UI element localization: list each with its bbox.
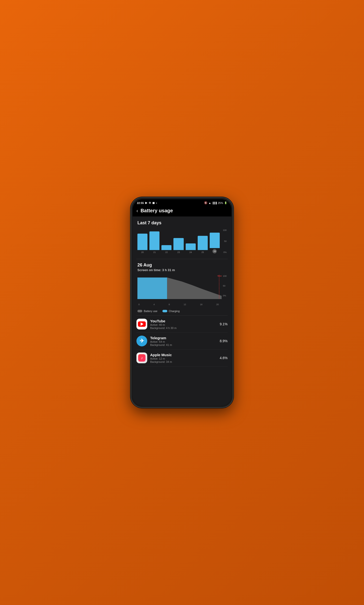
bar-label-22: 22 — [165, 251, 168, 254]
bar-col-22[interactable]: 22 — [161, 245, 171, 254]
status-bar: 22:55 ▶ ⊖ ▦ • 🔇 ▲ ▐▐▐ 25% 🔋 — [132, 199, 232, 205]
x-label-4: 4 — [154, 303, 155, 306]
area-chart-svg — [137, 275, 227, 302]
bar-label-25: 25 — [201, 251, 204, 254]
apple-music-icon: ♪ — [136, 352, 147, 363]
bar-label-23: 23 — [177, 251, 180, 254]
telegram-pct: 8.9% — [220, 339, 228, 343]
bar-col-25[interactable]: 25 — [198, 236, 208, 254]
tg-icon: ✈ — [140, 338, 144, 344]
svg-marker-0 — [137, 278, 167, 299]
status-left: 22:55 ▶ ⊖ ▦ • — [137, 201, 157, 204]
youtube-pct: 9.1% — [220, 322, 228, 326]
app-list: YouTube Active: 40 m Background: 4 h 30 … — [132, 316, 232, 366]
y-label-100: 100 — [223, 229, 227, 231]
x-label-12: 12 — [184, 303, 186, 306]
legend-charging-label: Charging — [169, 309, 180, 312]
bar-col-20[interactable]: 20 — [137, 234, 147, 254]
bar-label-21: 21 — [153, 251, 156, 254]
battery-icon: 🔋 — [224, 202, 227, 204]
am-note: ♪ — [141, 356, 143, 360]
telegram-name: Telegram — [150, 336, 217, 340]
app-item-telegram[interactable]: ✈ Telegram Active: 54 m Background: 41 m… — [136, 333, 228, 350]
app-item-apple-music[interactable]: ♪ Apple Music Active: 12 m Background: 3… — [136, 350, 228, 366]
status-right: 🔇 ▲ ▐▐▐ 25% 🔋 — [204, 201, 227, 204]
apple-music-pct: 4.6% — [220, 356, 228, 360]
section-7days: Last 7 days 20212223242526 100 50 0% — [132, 216, 232, 259]
y-label-50: 50 — [223, 240, 227, 242]
youtube-detail1: Active: 40 m — [150, 323, 217, 326]
status-icon-grid: ▦ — [152, 202, 155, 204]
back-button[interactable]: ‹ — [136, 208, 138, 214]
bar-label-active: 26 — [212, 249, 217, 254]
bar-col-21[interactable]: 21 — [149, 231, 159, 254]
apple-music-name: Apple Music — [150, 353, 217, 357]
x-label-8: 8 — [169, 303, 170, 306]
status-icon-play: ▶ — [145, 201, 147, 204]
youtube-detail2: Background: 4 h 30 m — [150, 326, 217, 329]
bar-label-24: 24 — [189, 251, 192, 254]
section-date: 26 Aug Screen on time: 3 h 31 m Now 100 — [132, 259, 232, 308]
apple-music-detail2: Background: 34 m — [150, 360, 217, 363]
status-dot: • — [156, 202, 157, 204]
am-icon: ♪ — [138, 354, 145, 362]
chart-y-labels: 100 50 0% — [223, 229, 227, 254]
telegram-info: Telegram Active: 54 m Background: 41 m — [150, 336, 217, 346]
app-item-youtube[interactable]: YouTube Active: 40 m Background: 4 h 30 … — [136, 316, 228, 333]
youtube-icon — [136, 319, 147, 329]
legend-battery-label: Battery use — [144, 309, 157, 312]
svg-marker-1 — [167, 278, 221, 299]
bar-20 — [137, 234, 147, 250]
x-label-0: 0 — [138, 303, 140, 306]
now-label: Now — [218, 275, 222, 277]
bar-chart: 20212223242526 — [137, 229, 227, 254]
signal-icon: ▐▐▐ — [212, 202, 217, 204]
apple-music-info: Apple Music Active: 12 m Background: 34 … — [150, 353, 217, 363]
x-label-16: 16 — [200, 303, 202, 306]
area-y-100: 100 — [223, 275, 227, 277]
phone-screen: 22:55 ▶ ⊖ ▦ • 🔇 ▲ ▐▐▐ 25% 🔋 ‹ Battery us… — [132, 199, 232, 406]
bar-23 — [173, 238, 183, 250]
bar-col-23[interactable]: 23 — [173, 238, 183, 254]
x-labels-area: 0 4 8 12 16 20 — [137, 303, 227, 306]
section-7days-title: Last 7 days — [137, 220, 227, 226]
mute-icon: 🔇 — [204, 201, 208, 204]
wifi-icon: ▲ — [208, 202, 211, 204]
legend-item-battery: Battery use — [137, 309, 157, 312]
bar-25 — [198, 236, 208, 250]
legend-dot-blue — [162, 310, 167, 312]
page-title: Battery usage — [141, 208, 173, 214]
legend-item-charging: Charging — [162, 309, 180, 312]
bar-col-24[interactable]: 24 — [186, 243, 196, 254]
yt-play — [141, 322, 143, 326]
telegram-detail1: Active: 54 m — [150, 340, 217, 343]
y-labels-area: 100 50 0% — [223, 275, 227, 297]
youtube-name: YouTube — [150, 319, 217, 323]
area-y-50: 50 — [223, 285, 227, 287]
youtube-info: YouTube Active: 40 m Background: 4 h 30 … — [150, 319, 217, 329]
apple-music-detail1: Active: 12 m — [150, 357, 217, 360]
bar-label-20: 20 — [141, 251, 144, 254]
battery-pct: 25% — [218, 202, 223, 204]
top-nav: ‹ Battery usage — [132, 205, 232, 216]
bar-26 — [210, 233, 220, 248]
phone-device: 22:55 ▶ ⊖ ▦ • 🔇 ▲ ▐▐▐ 25% 🔋 ‹ Battery us… — [130, 197, 234, 408]
area-chart-wrap: Now 100 50 0% — [137, 275, 227, 302]
bar-24 — [186, 243, 196, 250]
bar-21 — [149, 231, 159, 250]
bar-col-26[interactable]: 26 — [210, 233, 220, 254]
yt-icon — [138, 321, 146, 327]
screen-time: Screen on time: 3 h 31 m — [137, 268, 227, 272]
legend: Battery use Charging — [132, 308, 232, 315]
area-y-0: 0% — [223, 295, 227, 297]
bar-chart-container: 20212223242526 100 50 0% — [137, 229, 227, 257]
bar-22 — [161, 245, 171, 250]
legend-dot-gray — [137, 310, 142, 312]
main-content: Last 7 days 20212223242526 100 50 0% 26 … — [132, 216, 232, 406]
date-title: 26 Aug — [137, 263, 227, 268]
status-icon-minus: ⊖ — [149, 201, 151, 204]
x-label-20: 20 — [216, 303, 219, 306]
time-display: 22:55 — [137, 202, 144, 204]
telegram-detail2: Background: 41 m — [150, 343, 217, 346]
telegram-icon: ✈ — [136, 336, 147, 346]
